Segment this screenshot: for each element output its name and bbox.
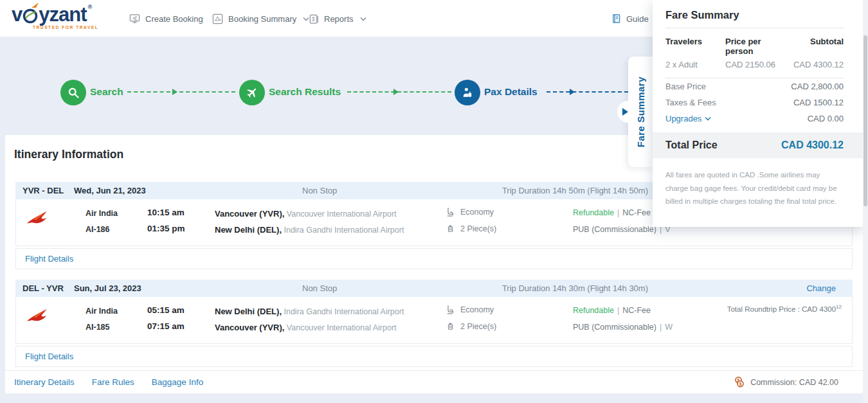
- departure-time: 10:15 am: [147, 208, 185, 217]
- segment-header-bar: DEL - YVR Sun, Jul 23, 2023 Non Stop Tri…: [15, 280, 853, 297]
- departure-airport: New Delhi (DEL), Indira Gandhi Internati…: [215, 305, 404, 317]
- stepper-arrow-icon: [570, 89, 575, 95]
- itinerary-footer: Itinerary Details Fare Rules Baggage Inf…: [5, 370, 863, 393]
- baggage-info-link[interactable]: Baggage Info: [152, 377, 203, 387]
- flight-number: AI-185: [86, 323, 110, 332]
- nav-reports[interactable]: Reports: [309, 0, 366, 37]
- segment-date: Sun, Jul 23, 2023: [74, 283, 141, 293]
- luggage-icon: [446, 224, 455, 233]
- arrival-time: 07:15 am: [147, 321, 185, 331]
- fare-summary-tab-label: Fare Summary: [635, 76, 646, 147]
- step-pax-details-label[interactable]: Pax Details: [484, 86, 538, 98]
- stepper-arrow-icon: [393, 89, 399, 95]
- airline-name: Air India: [86, 209, 118, 218]
- upgrades-link[interactable]: Upgrades: [665, 114, 711, 123]
- nav-booking-summary[interactable]: Booking Summary: [212, 0, 309, 37]
- stepper-connector: [547, 91, 628, 93]
- fare-refund-info: Refundable|NC-Fee: [573, 208, 651, 217]
- page-scrollbar[interactable]: [863, 0, 868, 403]
- chevron-down-icon: [705, 116, 711, 121]
- commission-info: $ $ Commission: CAD 42.00: [734, 376, 838, 388]
- route-label: YVR - DEL: [23, 186, 74, 195]
- luggage-icon: [446, 321, 455, 331]
- price-per-person-value: CAD 2150.06: [725, 60, 789, 69]
- registered-mark: ®: [88, 4, 93, 10]
- airline-name: Air India: [86, 307, 118, 316]
- itinerary-details-link[interactable]: Itinerary Details: [14, 377, 75, 387]
- fare-basis-info[interactable]: PUB (Commissionable)|W: [573, 323, 673, 332]
- fare-disclaimer: All fares are quoted in CAD .Some airlin…: [665, 168, 844, 208]
- trip-duration: Trip Duration 14h 50m (Flight 14h 50m): [502, 186, 648, 195]
- fare-table-header: Travelers Price per person Subtotal: [665, 28, 844, 58]
- collapse-arrow-icon: [622, 108, 628, 116]
- voyzant-logo[interactable]: v yzant ® TRUSTED FOR TRAVEL: [12, 4, 98, 30]
- booking-summary-icon: [212, 13, 223, 24]
- trip-duration: Trip Duration 14h 30m (Flight 14h 30m): [502, 283, 648, 293]
- air-india-logo: [25, 210, 48, 228]
- coins-icon: $ $: [734, 376, 745, 388]
- passenger-icon: [461, 86, 474, 99]
- fare-refund-info: Refundable|NC-Fee: [573, 306, 651, 315]
- departure-time: 05:15 am: [147, 305, 185, 315]
- baggage-allowance: 2 Piece(s): [446, 321, 496, 331]
- nav-label: Booking Summary: [228, 14, 296, 24]
- fare-table-row: 2 x Adult CAD 2150.06 CAD 4300.12: [665, 58, 844, 78]
- flight-number: AI-186: [86, 225, 110, 234]
- cabin-class: Economy: [446, 305, 494, 314]
- arrival-airport: New Delhi (DEL), Indira Gandhi Internati…: [215, 224, 404, 235]
- flight-segment-return: DEL - YVR Sun, Jul 23, 2023 Non Stop Tri…: [15, 280, 853, 344]
- guide-book-icon: [611, 13, 621, 24]
- flight-details-link[interactable]: Flight Details: [15, 248, 853, 269]
- total-roundtrip-price: Total Roundtrip Price : CAD 430012: [727, 304, 842, 313]
- change-flight-link[interactable]: Change: [806, 283, 836, 293]
- search-icon: [67, 86, 80, 100]
- nav-create-booking[interactable]: Create Booking: [129, 0, 203, 37]
- nav-guide[interactable]: Guide: [611, 0, 649, 37]
- base-price-row: Base Price CAD 2,800.00: [665, 78, 844, 94]
- flight-details-link[interactable]: Flight Details: [15, 346, 853, 367]
- route-label: DEL - YVR: [23, 283, 74, 293]
- fare-summary-title: Fare Summary: [665, 9, 844, 28]
- total-price-bar: Total Price CAD 4300.12: [653, 132, 863, 158]
- fare-summary-panel: Fare Summary Travelers Price per person …: [653, 0, 863, 227]
- cabin-class: Economy: [446, 207, 494, 217]
- step-search-results-circle[interactable]: [239, 80, 265, 105]
- logo-text: yzant: [39, 4, 86, 24]
- scrollbar-thumb[interactable]: [863, 35, 867, 206]
- travelers-value: 2 x Adult: [665, 60, 725, 69]
- logo-tagline: TRUSTED FOR TRAVEL: [33, 25, 98, 30]
- seat-icon: [446, 207, 455, 217]
- subtotal-value: CAD 4300.12: [789, 60, 844, 69]
- segment-date: Wed, Jun 21, 2023: [74, 186, 146, 195]
- commission-text: Commission: CAD 42.00: [750, 378, 838, 387]
- stops-label: Non Stop: [302, 186, 337, 195]
- fare-summary-tab[interactable]: Fare Summary: [628, 57, 653, 167]
- chevron-down-icon: [360, 17, 366, 21]
- plane-icon: [243, 84, 261, 102]
- logo-text: v: [12, 4, 22, 24]
- nav-label: Guide: [626, 14, 649, 24]
- air-india-logo: [25, 307, 48, 325]
- nav-label: Create Booking: [145, 14, 203, 24]
- stepper-connector: [127, 91, 235, 93]
- step-search-circle[interactable]: [60, 80, 86, 105]
- stepper-arrow-icon: [172, 89, 177, 95]
- fare-rules-link[interactable]: Fare Rules: [92, 377, 134, 387]
- step-search-results-label[interactable]: Search Results: [269, 86, 341, 98]
- seat-icon: [446, 305, 455, 314]
- nav-label: Reports: [324, 14, 354, 24]
- arrival-time: 01:35 pm: [147, 224, 185, 233]
- step-pax-details-circle[interactable]: [455, 80, 480, 105]
- stepper-connector: [347, 91, 451, 93]
- stops-label: Non Stop: [302, 283, 337, 293]
- globe-icon: [23, 8, 38, 24]
- svg-text:$: $: [739, 382, 742, 387]
- taxes-fees-row: Taxes & Fees CAD 1500.12: [665, 94, 844, 111]
- flight-row: Air India AI-185 05:15 am 07:15 am New D…: [15, 297, 853, 344]
- page-title: Itinerary Information: [14, 148, 123, 161]
- reports-icon: [309, 13, 319, 24]
- create-booking-icon: [129, 13, 140, 24]
- plane-doodle-icon: [31, 2, 40, 9]
- step-search-label[interactable]: Search: [90, 86, 123, 98]
- upgrades-row: Upgrades CAD 0.00: [665, 111, 844, 127]
